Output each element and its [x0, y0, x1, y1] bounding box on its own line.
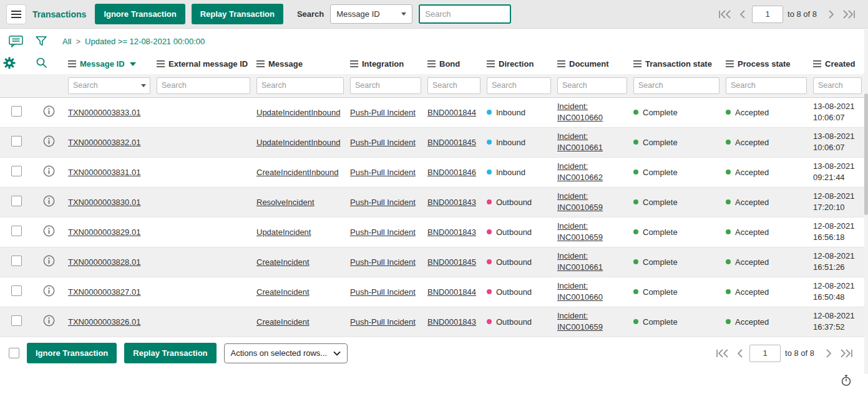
column-header[interactable]: Created — [810, 54, 865, 74]
message-id-link[interactable]: TXN0000003830.01 — [68, 198, 140, 207]
replay-transaction-button[interactable]: Replay Transaction — [192, 4, 283, 24]
column-filter-input[interactable] — [427, 77, 480, 94]
document-link[interactable]: Incident: INC0010661 — [557, 251, 627, 272]
info-icon[interactable] — [43, 259, 55, 269]
info-icon[interactable] — [43, 170, 55, 179]
message-id-link[interactable]: TXN0000003826.01 — [68, 317, 140, 327]
column-header[interactable]: Message — [253, 54, 347, 74]
column-header[interactable]: Direction — [484, 54, 554, 74]
document-link[interactable]: Incident: INC0010660 — [557, 101, 627, 123]
gear-icon[interactable] — [3, 57, 16, 69]
page-number-input-bottom[interactable] — [749, 345, 781, 362]
message-link[interactable]: CreateIncident — [256, 287, 310, 297]
column-header[interactable]: Bond — [424, 54, 484, 74]
row-select-checkbox[interactable] — [11, 226, 22, 236]
document-link[interactable]: Incident: INC0010659 — [557, 221, 627, 242]
messages-button[interactable] — [9, 36, 24, 47]
page-number-input[interactable] — [752, 6, 783, 23]
info-icon[interactable] — [43, 319, 55, 328]
column-menu-icon[interactable] — [557, 60, 565, 67]
previous-page-button[interactable] — [738, 9, 748, 20]
integration-link[interactable]: Push-Pull Incident — [350, 227, 416, 237]
row-select-checkbox[interactable] — [11, 315, 22, 326]
next-page-button-bottom[interactable] — [824, 348, 834, 359]
row-select-checkbox[interactable] — [11, 196, 22, 206]
replay-transaction-button-bottom[interactable]: Replay Transaction — [124, 343, 216, 363]
column-menu-icon[interactable] — [813, 60, 821, 67]
row-select-checkbox[interactable] — [11, 106, 22, 117]
column-filter-input[interactable] — [726, 77, 807, 94]
column-menu-icon[interactable] — [633, 60, 641, 67]
app-menu-button[interactable] — [6, 4, 26, 24]
integration-link[interactable]: Push-Pull Incident — [350, 138, 416, 147]
column-filter-input[interactable] — [68, 77, 150, 94]
column-header[interactable]: Process state — [723, 54, 810, 74]
message-id-link[interactable]: TXN0000003833.01 — [68, 108, 140, 117]
message-id-link[interactable]: TXN0000003827.01 — [68, 287, 140, 297]
integration-link[interactable]: Push-Pull Incident — [350, 287, 416, 297]
ignore-transaction-button[interactable]: Ignore Transaction — [95, 4, 185, 24]
bond-link[interactable]: BND0001843 — [427, 227, 476, 237]
toolbar-search-input[interactable] — [419, 4, 511, 24]
bond-link[interactable]: BND0001844 — [427, 287, 476, 297]
next-page-button[interactable] — [826, 9, 836, 20]
info-icon[interactable] — [43, 289, 55, 299]
info-icon[interactable] — [43, 199, 55, 209]
row-select-checkbox[interactable] — [11, 285, 22, 296]
message-id-link[interactable]: TXN0000003828.01 — [68, 257, 140, 267]
message-link[interactable]: CreateIncident — [256, 257, 310, 267]
breadcrumb-all-link[interactable]: All — [62, 37, 71, 46]
info-icon[interactable] — [43, 229, 55, 239]
document-link[interactable]: Incident: INC0010659 — [557, 310, 627, 332]
bond-link[interactable]: BND0001845 — [427, 257, 476, 267]
message-link[interactable]: CreateIncident — [256, 317, 310, 327]
search-field-select[interactable]: Message ID — [330, 4, 412, 24]
column-menu-icon[interactable] — [350, 60, 358, 67]
previous-page-button-bottom[interactable] — [735, 348, 745, 359]
message-link[interactable]: UpdateIncidentInbound — [256, 108, 340, 117]
filter-button[interactable] — [35, 36, 47, 47]
scrollbar-thumb[interactable] — [864, 93, 868, 215]
bond-link[interactable]: BND0001844 — [427, 108, 476, 117]
select-all-checkbox[interactable] — [9, 348, 19, 358]
column-menu-icon[interactable] — [157, 60, 165, 67]
info-icon[interactable] — [43, 140, 55, 149]
column-menu-icon[interactable] — [427, 60, 436, 67]
column-filter-input[interactable] — [350, 77, 421, 94]
column-filter-input[interactable] — [157, 77, 250, 94]
breadcrumb-condition-link[interactable]: Updated >= 12-08-2021 00:00:00 — [85, 37, 205, 46]
message-link[interactable]: ResolveIncident — [256, 198, 315, 207]
column-filter-input[interactable] — [813, 77, 862, 94]
column-header[interactable]: Transaction state — [630, 54, 723, 74]
column-filter-input[interactable] — [487, 77, 551, 94]
column-header[interactable]: External message ID — [154, 54, 253, 74]
column-header[interactable]: Integration — [347, 54, 424, 74]
integration-link[interactable]: Push-Pull Incident — [350, 168, 416, 177]
message-id-link[interactable]: TXN0000003829.01 — [68, 227, 140, 237]
column-filter-input[interactable] — [633, 77, 719, 94]
message-id-link[interactable]: TXN0000003832.01 — [68, 138, 140, 147]
column-filter-input[interactable] — [557, 77, 627, 94]
row-select-checkbox[interactable] — [11, 256, 22, 266]
message-link[interactable]: UpdateIncidentInbound — [256, 138, 340, 147]
refresh-timer-button[interactable] — [841, 375, 852, 389]
bond-link[interactable]: BND0001843 — [427, 317, 476, 327]
column-menu-icon[interactable] — [726, 60, 734, 67]
bond-link[interactable]: BND0001845 — [427, 138, 476, 147]
integration-link[interactable]: Push-Pull Incident — [350, 317, 416, 327]
integration-link[interactable]: Push-Pull Incident — [350, 198, 416, 207]
actions-select[interactable]: Actions on selected rows... — [224, 343, 348, 363]
row-select-checkbox[interactable] — [11, 166, 22, 176]
column-header[interactable]: Document — [554, 54, 630, 74]
info-icon[interactable] — [43, 110, 55, 119]
bond-link[interactable]: BND0001843 — [427, 198, 476, 207]
last-page-button[interactable] — [841, 9, 857, 20]
ignore-transaction-button-bottom[interactable]: Ignore Transaction — [27, 343, 117, 363]
column-menu-icon[interactable] — [487, 60, 495, 67]
document-link[interactable]: Incident: INC0010660 — [557, 280, 627, 302]
search-icon[interactable] — [36, 57, 48, 69]
bond-link[interactable]: BND0001846 — [427, 168, 476, 177]
first-page-button[interactable] — [717, 9, 733, 20]
message-link[interactable]: CreateIncidentInbound — [256, 168, 339, 177]
message-id-link[interactable]: TXN0000003831.01 — [68, 168, 140, 177]
